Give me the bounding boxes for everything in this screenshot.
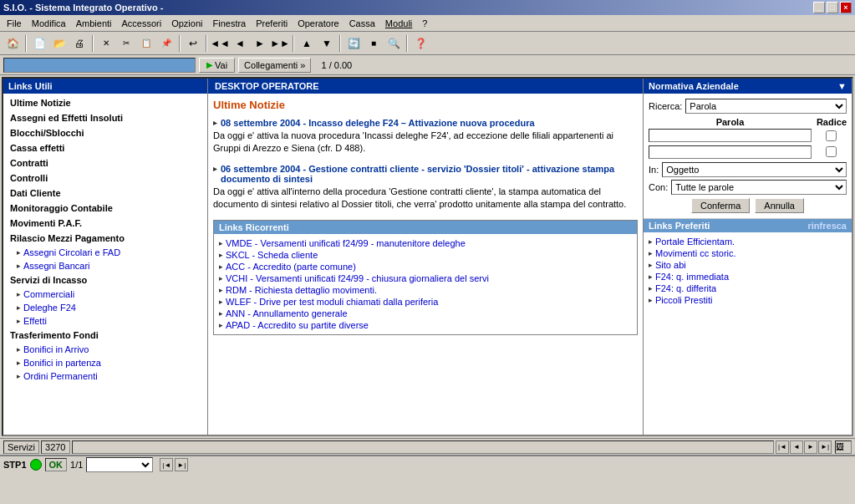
toolbar-back-btn[interactable]: ◄◄ [211, 34, 229, 53]
sidebar-item-cassa[interactable]: Cassa effetti [3, 140, 207, 155]
sidebar-item-deleghe[interactable]: Deleghe F24 [3, 301, 207, 314]
link-movimenti-cc[interactable]: Movimenti cc storic. [649, 247, 847, 259]
toolbar-print-btn[interactable]: 🖨 [70, 34, 89, 53]
sidebar-item-assegni[interactable]: Assegni ed Effetti Insoluti [3, 110, 207, 125]
col1-header: Parola [649, 117, 812, 127]
rinfresca-link[interactable]: rinfresca [808, 221, 847, 231]
sidebar-item-commerciali[interactable]: Commerciali [3, 288, 207, 301]
link-ann[interactable]: ANN - Annullamento generale [219, 308, 632, 319]
conferma-button[interactable]: Conferma [691, 198, 750, 213]
news-item-2-title[interactable]: 06 settembre 2004 - Gestione contratti c… [213, 164, 638, 184]
menu-opzioni[interactable]: Opzioni [166, 17, 207, 30]
ricerca-select[interactable]: Parola [685, 99, 847, 114]
vai-button[interactable]: ▶ Vai [199, 58, 235, 73]
parola-input-2[interactable] [649, 145, 812, 159]
in-select[interactable]: Oggetto [662, 162, 847, 177]
link-rdm[interactable]: RDM - Richiesta dettaglio movimenti. [219, 284, 632, 296]
annulla-button[interactable]: Annulla [755, 198, 804, 213]
sidebar-item-movimenti[interactable]: Movimenti P.A.F. [3, 216, 207, 231]
menu-preferiti[interactable]: Preferiti [251, 17, 293, 30]
menu-file[interactable]: File [2, 17, 27, 30]
media-first-btn[interactable]: |◄ [776, 440, 789, 454]
toolbar-forward-btn[interactable]: ►► [271, 34, 289, 53]
menu-operatore[interactable]: Operatore [293, 17, 344, 30]
link-piccoli-prestiti[interactable]: Piccoli Prestiti [649, 294, 847, 306]
toolbar-help-btn[interactable]: ❓ [411, 34, 430, 53]
collegamenti-button[interactable]: Collegamenti » [238, 58, 311, 73]
sidebar-item-effetti[interactable]: Effetti [3, 314, 207, 328]
sidebar-item-bonifici-partenza[interactable]: Bonifici in partenza [3, 356, 207, 369]
maximize-button[interactable]: □ [827, 2, 838, 13]
link-portale[interactable]: Portale Efficientam. [649, 236, 847, 247]
toolbar-refresh-btn[interactable]: 🔄 [344, 34, 363, 53]
toolbar-undo-btn[interactable]: ↩ [184, 34, 202, 53]
connection-status-dot [30, 459, 42, 471]
news-item-1-title[interactable]: 08 settembre 2004 - Incasso deleghe F24 … [213, 118, 638, 128]
link-sito-abi[interactable]: Sito abi [649, 259, 847, 271]
link-vchi[interactable]: VCHI - Versamenti unificati f24/99 - chi… [219, 272, 632, 284]
toolbar-new-btn[interactable]: 📄 [30, 34, 48, 53]
sidebar-item-assegni-circolari[interactable]: Assegni Circolari e FAD [3, 246, 207, 259]
media-next-btn[interactable]: ► [804, 440, 817, 454]
toolbar-next-btn[interactable]: ► [251, 34, 269, 53]
link-acc[interactable]: ACC - Accredito (parte comune) [219, 261, 632, 272]
sidebar-item-blocchi[interactable]: Blocchi/Sblocchi [3, 125, 207, 140]
parola-input-1[interactable] [649, 129, 812, 142]
link-f24-immediata[interactable]: F24: q. immediata [649, 271, 847, 283]
menu-cassa[interactable]: Cassa [344, 17, 380, 30]
link-f24-differita[interactable]: F24: q. differita [649, 283, 847, 294]
port-label: 3270 [45, 442, 65, 452]
normativa-close-btn[interactable]: ▼ [837, 81, 847, 91]
toolbar-sep-5 [293, 35, 294, 52]
close-button[interactable]: × [840, 2, 852, 13]
toolbar-copy-btn[interactable]: 📋 [137, 34, 155, 53]
collegamenti-label: Collegamenti » [244, 60, 305, 70]
toolbar-open-btn[interactable]: 📂 [50, 34, 69, 53]
link-vmde[interactable]: VMDE - Versamenti unificati f24/99 - man… [219, 237, 632, 249]
toolbar-zoom-btn[interactable]: 🔍 [384, 34, 403, 53]
toolbar-down-btn[interactable]: ▼ [318, 34, 336, 53]
toolbar-sep-2 [92, 35, 94, 52]
sidebar-item-controlli[interactable]: Controlli [3, 171, 207, 186]
links-ricorrenti-section: Links Ricorrenti VMDE - Versamenti unifi… [213, 220, 638, 335]
sidebar-item-ordini[interactable]: Ordini Permanenti [3, 369, 207, 383]
menu-moduli[interactable]: Moduli [380, 17, 417, 30]
menu-accessori[interactable]: Accessori [117, 17, 167, 30]
mode-select[interactable] [86, 457, 153, 472]
toolbar-stop-btn[interactable]: ■ [364, 34, 383, 53]
media-last-btn[interactable]: ►| [818, 440, 832, 454]
sidebar-item-monitoraggio[interactable]: Monitoraggio Contabile [3, 201, 207, 216]
link-apad[interactable]: APAD - Accredito su partite diverse [219, 319, 632, 331]
vai-label: Vai [215, 60, 227, 70]
sidebar-title: Links Utili [3, 79, 207, 94]
radice-checkbox-1[interactable] [826, 130, 837, 141]
sidebar-item-dati-cliente[interactable]: Dati Cliente [3, 186, 207, 201]
link-skcl[interactable]: SKCL - Scheda cliente [219, 249, 632, 261]
address-input[interactable] [3, 58, 196, 73]
news-item-1: 08 settembre 2004 - Incasso deleghe F24 … [213, 118, 638, 155]
con-row: Con: Tutte le parole [649, 180, 847, 195]
toolbar-paste-btn[interactable]: 📌 [157, 34, 176, 53]
menu-modifica[interactable]: Modifica [27, 17, 71, 30]
sidebar-item-ultime-notizie[interactable]: Ultime Notizie [3, 95, 207, 110]
sidebar-item-contratti[interactable]: Contratti [3, 155, 207, 171]
links-ricorrenti-title: Links Ricorrenti [214, 221, 637, 234]
toolbar-delete-btn[interactable]: ✕ [97, 34, 115, 53]
menu-help[interactable]: ? [417, 17, 432, 30]
toolbar-prev-btn[interactable]: ◄ [231, 34, 249, 53]
toolbar-home-btn[interactable]: 🏠 [3, 34, 22, 53]
menu-finestra[interactable]: Finestra [207, 17, 251, 30]
con-select[interactable]: Tutte le parole [671, 180, 847, 195]
sidebar-item-bonifici-arrivo[interactable]: Bonifici in Arrivo [3, 343, 207, 356]
minimize-button[interactable]: _ [813, 2, 825, 13]
link-wlef[interactable]: WLEF - Drive per test moduli chiamati da… [219, 296, 632, 308]
sidebar-item-assegni-bancari[interactable]: Assegni Bancari [3, 259, 207, 272]
final-btn-1[interactable]: |◄ [160, 458, 173, 471]
final-btn-2[interactable]: ►| [175, 458, 188, 471]
news-item-1-body: Da oggi e' attiva la nuova procedura 'In… [213, 130, 638, 155]
toolbar-cut-btn[interactable]: ✂ [117, 34, 135, 53]
menu-ambienti[interactable]: Ambienti [71, 17, 117, 30]
toolbar-up-btn[interactable]: ▲ [298, 34, 316, 53]
media-prev-btn[interactable]: ◄ [790, 440, 803, 454]
radice-checkbox-2[interactable] [826, 146, 837, 157]
